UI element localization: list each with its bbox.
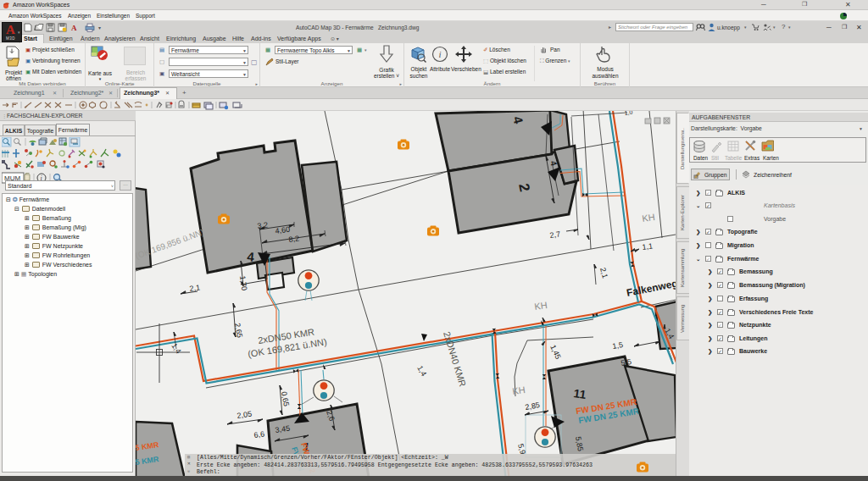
svg-text:KH: KH xyxy=(512,384,526,396)
svg-text:1,5: 1,5 xyxy=(612,340,624,351)
svg-text:11: 11 xyxy=(573,386,587,401)
svg-text:6,6: 6,6 xyxy=(253,429,265,440)
svg-text:KH: KH xyxy=(534,300,548,312)
svg-text:2,7: 2,7 xyxy=(549,229,561,240)
svg-text:5,5: 5,5 xyxy=(620,357,632,368)
svg-text:i: i xyxy=(439,49,442,59)
svg-text:A: A xyxy=(71,24,77,32)
svg-text:2,1: 2,1 xyxy=(189,283,201,293)
svg-text:1,1: 1,1 xyxy=(642,241,654,252)
svg-text:8,2: 8,2 xyxy=(288,234,300,244)
svg-text:KH: KH xyxy=(642,212,656,224)
svg-text:3,2: 3,2 xyxy=(257,220,269,230)
svg-text:▾: ▾ xyxy=(98,25,101,30)
